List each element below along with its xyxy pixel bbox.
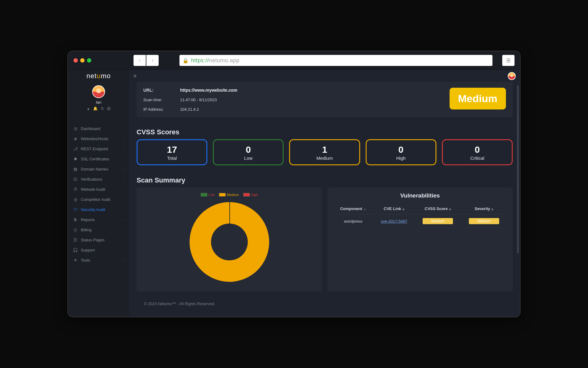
sidebar-item-status-pages[interactable]: ☲Status Pages› [68,235,129,245]
cvss-score-row: 17Total0Low1Medium0High0Critical [137,139,513,165]
sidebar-item-website-audit[interactable]: ⏱Website Audit [68,184,129,194]
col-component[interactable]: Component▲ [333,203,373,214]
menu-icon: ◎ [73,197,78,202]
donut-legend: Low Medium High [142,193,316,197]
cell-score: Medium [415,214,461,228]
score-badge: Medium [423,218,453,224]
url-label: URL: [143,88,180,93]
scrollbar-thumb[interactable] [517,85,519,253]
col-score[interactable]: CVSS Score◆ [415,203,461,214]
sidebar-item-tools[interactable]: ✕Tools› [68,255,129,265]
menu-label: Reports [81,217,95,222]
legend-high: High [243,193,258,197]
sort-icon: ◆ [491,208,493,211]
url-text: https://netumo.app [191,57,239,64]
footer: © 2023 Netumo™ - All Rights Reserved. [137,297,513,307]
sidebar-item-dashboard[interactable]: ◷Dashboard [68,124,129,134]
col-severity[interactable]: Severity◆ [461,203,507,214]
scan-info-card: URL: https://www.mywebsite.com Scan time… [137,82,513,117]
cvss-box-high: 0High [366,139,436,165]
donut-panel: Low Medium High [137,187,322,292]
cvss-box-low: 0Low [213,139,284,165]
menu-label: Tools [81,258,90,263]
cvss-box-critical: 0Critical [442,139,513,165]
window-min-dot[interactable] [80,58,85,63]
url-protocol: https:// [191,57,209,63]
cvss-value: 17 [138,144,206,155]
menu-label: Verifications [81,177,102,182]
cvss-label: Low [214,155,283,161]
sidebar-item-reports[interactable]: 🗎Reports› [68,215,129,225]
menu-icon: 🎧 [73,248,78,252]
ip-label: IP Address: [143,107,180,112]
vuln-title: Vulnerabilities [333,192,507,199]
window-max-dot[interactable] [87,58,91,63]
chevron-right-icon: › [125,167,126,171]
menu-icon: ☲ [73,238,78,242]
menu-icon: ▤ [73,167,78,171]
lock-icon: 🔒 [183,58,189,63]
cve-link[interactable]: cve-2017-5487 [381,219,407,224]
bell-icon[interactable]: 🔔 [93,106,98,111]
sort-icon: ◆ [402,208,405,211]
sidebar-item-support[interactable]: 🎧Support [68,245,129,255]
sidebar-item-domain-names[interactable]: ▤Domain Names› [68,164,129,174]
sidebar-item-ssl-certificates[interactable]: ✱SSL Certificates [68,154,129,164]
cvss-label: High [367,155,435,161]
cvss-value: 0 [214,144,283,155]
legend-low-label: Low [209,193,215,197]
col-cve[interactable]: CVE Link◆ [373,203,415,214]
vuln-table: Component▲ CVE Link◆ CVSS Score◆ Severit… [333,203,507,228]
browser-settings-button[interactable]: ☰ [502,55,514,66]
nav-forward-button[interactable]: › [146,55,159,66]
top-strip: ≡ [129,70,520,82]
cvss-value: 0 [367,144,435,155]
cvss-box-medium: 1Medium [289,139,360,165]
sidebar: netumo Ian ▲ 🔔 ⇅ ⏻ ◷Dashboard⊕Websites/H… [68,70,129,317]
sidebar-item-competitor-audit[interactable]: ◎Competitor Audit [68,194,129,205]
chevron-right-icon: › [125,238,126,242]
sidebar-item-billing[interactable]: ⌸Billing [68,225,129,235]
network-icon[interactable]: ⇅ [101,106,104,111]
menu-label: Domain Names [81,167,108,171]
window-close-dot[interactable] [74,58,78,63]
legend-low: Low [201,193,215,197]
avatar[interactable] [92,85,105,98]
legend-high-label: High [251,193,258,197]
sidebar-item-verifications[interactable]: ☑Verifications› [68,174,129,184]
cell-cve: cve-2017-5487 [373,214,415,228]
scan-info-grid: URL: https://www.mywebsite.com Scan time… [143,88,237,112]
url-host: netumo.app [209,57,239,63]
cvss-value: 0 [443,144,512,155]
swatch-high [243,193,250,197]
cell-severity: Medium [461,214,507,228]
scan-time-label: Scan time: [143,98,180,102]
cvss-title: CVSS Scores [137,128,513,136]
nav-back-button[interactable]: ‹ [134,55,146,66]
chevron-right-icon: › [125,137,126,140]
menu-label: SSL Certificates [81,157,109,161]
table-row: wordpresscve-2017-5487MediumMedium [333,214,507,228]
menu-label: Billing [81,228,92,232]
hamburger-icon[interactable]: ≡ [134,73,136,79]
logo[interactable]: netumo [68,70,129,82]
sidebar-item-websites-hosts[interactable]: ⊕Websites/Hosts› [68,134,129,144]
url-bar[interactable]: 🔒 https://netumo.app [179,55,492,66]
user-icon[interactable]: ▲ [87,106,90,111]
menu-icon: ⌸ [73,228,78,232]
sort-icon: ◆ [449,208,451,211]
sidebar-item-security-audit[interactable]: 🛡Security Audit [68,205,129,215]
url-value: https://www.mywebsite.com [180,88,237,93]
app-body: netumo Ian ▲ 🔔 ⇅ ⏻ ◷Dashboard⊕Websites/H… [68,70,520,317]
power-icon[interactable]: ⏻ [107,106,111,111]
top-avatar[interactable] [508,72,516,80]
scrollbar-track[interactable] [517,85,519,295]
menu-icon: ⎇ [73,147,78,151]
browser-frame: ‹ › 🔒 https://netumo.app ☰ netumo Ian ▲ … [67,51,521,317]
sidebar-item-rest-endpoint[interactable]: ⎇REST Endpoint› [68,144,129,154]
cvss-box-total: 17Total [137,139,207,165]
menu-label: Support [81,248,95,252]
menu-label: Website Audit [81,187,105,192]
chevron-right-icon: › [125,178,126,181]
sliders-icon: ☰ [506,58,511,63]
